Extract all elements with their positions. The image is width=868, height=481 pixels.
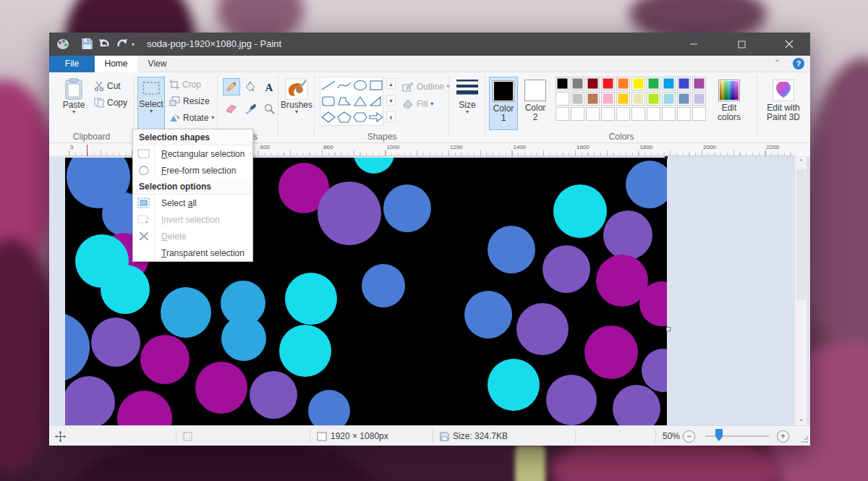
triangle-shape-button[interactable] (352, 93, 368, 109)
shapes-scroll-up[interactable]: ▲ (386, 78, 396, 89)
title-bar: ▾ soda-pop-1920×1080.jpg - Paint (49, 33, 810, 56)
palette-swatch[interactable] (631, 92, 645, 106)
rounded-rect-shape-button[interactable] (320, 93, 336, 109)
palette-swatch[interactable] (586, 77, 600, 90)
palette-empty-cell[interactable] (662, 107, 676, 121)
palette-swatch[interactable] (692, 92, 706, 106)
canvas-resize-handle[interactable] (666, 327, 671, 331)
palette-swatch[interactable] (677, 92, 691, 106)
palette-swatch[interactable] (616, 92, 630, 106)
palette-swatch[interactable] (586, 92, 600, 106)
zoom-out-button[interactable]: − (683, 426, 695, 446)
resize-button[interactable]: Resize (169, 93, 210, 109)
menu-item-label: Rectangular selection (155, 149, 244, 159)
zoom-slider-track[interactable] (705, 435, 769, 437)
arrow-right-shape-button[interactable] (368, 109, 384, 125)
oval-shape-button[interactable] (352, 77, 368, 93)
palette-empty-cell[interactable] (571, 107, 584, 121)
undo-button[interactable] (98, 38, 111, 51)
pentagon-shape-button[interactable] (336, 109, 352, 125)
edit-with-paint3d-button[interactable]: Edit with Paint 3D (761, 77, 806, 130)
help-question-icon[interactable]: ? (793, 58, 804, 69)
brushes-button[interactable]: Brushes ▾ (280, 77, 313, 114)
size-button[interactable]: Size ▾ (451, 77, 483, 114)
fill-tool-button[interactable] (242, 78, 259, 95)
palette-swatch[interactable] (556, 92, 569, 106)
palette-swatch[interactable] (631, 77, 645, 90)
paste-button[interactable]: Paste ▾ (58, 77, 90, 114)
palette-empty-cell[interactable] (601, 107, 615, 121)
copy-button[interactable]: Copy (94, 95, 127, 111)
palette-swatch[interactable] (647, 77, 660, 90)
curve-shape-button[interactable] (336, 77, 352, 93)
file-size-icon (440, 432, 449, 441)
palette-swatch[interactable] (616, 77, 630, 90)
qat-dropdown-icon[interactable]: ▾ (132, 41, 145, 54)
color1-button[interactable]: Color 1 (489, 77, 518, 130)
palette-empty-cell[interactable] (692, 107, 706, 121)
canvas-corner-handle[interactable] (665, 156, 668, 159)
hexagon-shape-button[interactable] (352, 109, 368, 125)
zoom-slider-thumb[interactable] (715, 429, 723, 441)
palette-swatch[interactable] (677, 77, 691, 90)
palette-swatch[interactable] (662, 92, 676, 106)
pencil-tool-button[interactable] (223, 78, 240, 95)
polygon-shape-button[interactable] (336, 93, 352, 109)
menu-item-transparent-selection[interactable]: Transparent selection (133, 244, 252, 261)
palette-empty-cell[interactable] (647, 107, 660, 121)
palette-empty-cell[interactable] (677, 107, 691, 121)
tab-home[interactable]: Home (95, 56, 137, 72)
save-button[interactable] (81, 38, 94, 51)
text-tool-button[interactable]: A (260, 78, 278, 95)
rectangle-shape-button[interactable] (368, 77, 384, 93)
menu-item-rectangular-selection[interactable]: Rectangular selection (133, 145, 252, 162)
close-button[interactable] (773, 33, 806, 56)
select-button[interactable]: Select ▾ (137, 77, 165, 130)
diamond-shape-button[interactable] (320, 109, 336, 125)
palette-swatch[interactable] (571, 77, 584, 90)
palette-swatch[interactable] (692, 77, 706, 90)
maximize-button[interactable] (725, 33, 758, 56)
color2-button[interactable]: Color 2 (521, 77, 550, 130)
cut-button[interactable]: Cut (94, 78, 121, 94)
shapes-scroll-down[interactable]: ▼ (386, 95, 396, 106)
line-shape-button[interactable] (320, 77, 336, 93)
rotate-button[interactable]: Rotate ▾ (169, 110, 214, 126)
palette-swatch[interactable] (601, 92, 615, 106)
magnifier-tool-button[interactable] (260, 100, 278, 117)
palette-empty-cell[interactable] (631, 107, 645, 121)
bokeh-circle-skyblue (161, 287, 211, 338)
menu-item-select-all[interactable]: Select all (133, 195, 252, 211)
fill-button[interactable]: Fill ▾ (402, 96, 433, 112)
window-resize-grip[interactable] (801, 436, 808, 443)
paste-icon (64, 78, 83, 100)
minimize-button[interactable] (677, 33, 710, 56)
palette-swatch[interactable] (571, 92, 584, 106)
redo-button[interactable] (116, 38, 129, 51)
scroll-down-icon[interactable]: ⌄ (795, 413, 807, 425)
palette-empty-cell[interactable] (616, 107, 630, 121)
shapes-scroll-more[interactable]: ⇟ (386, 111, 396, 122)
palette-empty-cell[interactable] (556, 107, 569, 121)
collapse-ribbon-icon[interactable]: ⌃ (774, 59, 780, 67)
text-icon: A (264, 82, 274, 93)
menu-item-free-form-selection[interactable]: Free-form selection (133, 162, 252, 179)
crop-button[interactable]: Crop (169, 77, 201, 93)
palette-empty-cell[interactable] (586, 107, 600, 121)
outline-button[interactable]: Outline ▾ (402, 79, 450, 95)
zoom-in-button[interactable]: + (777, 426, 789, 446)
color-picker-tool-button[interactable] (242, 100, 259, 117)
right-triangle-shape-button[interactable] (368, 93, 384, 109)
scroll-up-icon[interactable]: ⌃ (795, 156, 807, 169)
scrollbar-thumb[interactable] (796, 169, 806, 299)
bokeh-circle-cyan (354, 158, 394, 174)
palette-swatch[interactable] (556, 77, 569, 90)
palette-swatch[interactable] (647, 92, 660, 106)
palette-swatch[interactable] (601, 77, 615, 90)
vertical-scrollbar[interactable]: ⌃ ⌄ (794, 156, 807, 425)
palette-swatch[interactable] (662, 77, 676, 90)
edit-colors-button[interactable]: Edit colors (712, 77, 746, 130)
tab-file[interactable]: File (49, 56, 95, 72)
tab-view[interactable]: View (137, 56, 177, 72)
eraser-tool-button[interactable] (223, 100, 240, 117)
